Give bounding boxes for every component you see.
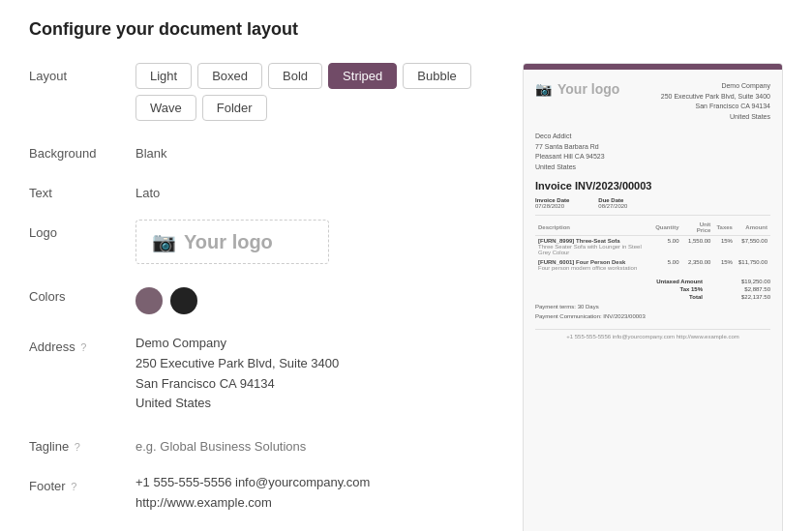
layout-btn-boxed[interactable]: Boxed: [197, 63, 262, 89]
preview-divider: [535, 215, 770, 216]
preview-billing-addr: Deco Addict 77 Santa Barbara Rd Pleasant…: [535, 132, 770, 172]
item1-taxes: 15%: [713, 236, 736, 258]
item2-price: 2,350.00: [682, 257, 714, 273]
item2-qty: 5.00: [652, 257, 681, 273]
item1-amount: $7,550.00: [736, 236, 770, 258]
background-label: Background: [29, 140, 135, 161]
color-swatches: [135, 283, 494, 314]
page-container: Configure your document layout Layout Li…: [0, 0, 812, 531]
layout-btn-light[interactable]: Light: [135, 63, 192, 89]
item1-name: [FURN_8999] Three-Seat Sofa Three Seater…: [535, 236, 652, 258]
background-content: Blank: [135, 140, 494, 161]
preview-invoice-date-block: Invoice Date 07/28/2020: [535, 197, 569, 209]
logo-upload[interactable]: 📷 Your logo: [135, 220, 329, 264]
address-line-4: United States: [135, 394, 494, 414]
preview-table-header: Description Quantity Unit Price Taxes Am…: [535, 220, 770, 236]
layout-label: Layout: [29, 63, 135, 83]
table-row: [FURN_8999] Three-Seat Sofa Three Seater…: [535, 236, 770, 258]
logo-row: Logo 📷 Your logo: [29, 220, 494, 264]
total-row: Total $22,137.50: [535, 294, 770, 300]
preview-billing-country: United States: [535, 162, 770, 173]
preview-footer: +1 555-555-5556 info@yourcompany.com htt…: [535, 329, 770, 339]
table-row: [FURN_6001] Four Person Desk Four person…: [535, 257, 770, 273]
preview-company-addr1: 250 Executive Park Blvd, Suite 3400: [661, 92, 770, 103]
layout-content: Light Boxed Bold Striped Bubble Wave Fol…: [135, 63, 494, 121]
text-label: Text: [29, 180, 135, 200]
preview-dates: Invoice Date 07/28/2020 Due Date 08/27/2…: [535, 197, 770, 209]
address-line-3: San Francisco CA 94134: [135, 374, 494, 395]
total-label: Total: [689, 294, 703, 300]
text-row: Text Lato: [29, 180, 494, 200]
footer-label: Footer ?: [29, 473, 135, 493]
preview-totals: Untaxed Amount $19,250.00 Tax 15% $2,887…: [535, 279, 770, 300]
tagline-row: Tagline ?: [29, 433, 494, 454]
layout-btn-bubble[interactable]: Bubble: [403, 63, 470, 89]
untaxed-value: $19,250.00: [722, 279, 770, 284]
address-row: Address ? Demo Company 250 Executive Par…: [29, 334, 494, 414]
preview-camera-icon: 📷: [535, 81, 552, 97]
preview-payment-comm: Payment Communication: INV/2023/00003: [535, 313, 770, 319]
layout-btn-folder[interactable]: Folder: [202, 95, 267, 121]
layout-btn-bold[interactable]: Bold: [268, 63, 322, 89]
tagline-input[interactable]: [135, 433, 494, 454]
preview-company-addr2: San Francisco CA 94134: [661, 102, 770, 112]
footer-line-2: http://www.example.com: [135, 493, 494, 514]
item2-amount: $11,750.00: [736, 257, 770, 273]
address-line-1: Demo Company: [135, 334, 494, 354]
footer-text: +1 555-555-5556 info@yourcompany.com htt…: [135, 473, 494, 514]
tagline-help[interactable]: ?: [75, 441, 80, 453]
preview-invoice-date: 07/28/2020: [535, 203, 569, 209]
preview-billing-addr2: Pleasant Hill CA 94523: [535, 152, 770, 162]
colors-content: [135, 283, 494, 314]
preview-invoice-title: Invoice INV/2023/00003: [535, 180, 770, 192]
preview-billing: Deco Addict 77 Santa Barbara Rd Pleasant…: [535, 132, 770, 172]
preview-table: Description Quantity Unit Price Taxes Am…: [535, 220, 770, 273]
untaxed-row: Untaxed Amount $19,250.00: [535, 279, 770, 284]
preview-company: Demo Company 250 Executive Park Blvd, Su…: [661, 81, 770, 122]
footer-help[interactable]: ?: [71, 481, 76, 492]
preview-billing-name: Deco Addict: [535, 132, 770, 142]
camera-icon: 📷: [152, 230, 176, 253]
preview-due-date-block: Due Date 08/27/2020: [598, 197, 627, 209]
layout-btn-striped[interactable]: Striped: [328, 63, 397, 89]
tax-row: Tax 15% $2,887.50: [535, 286, 770, 292]
preview-logo-text: Your logo: [557, 81, 619, 97]
address-content: Demo Company 250 Executive Park Blvd, Su…: [135, 334, 494, 414]
tax-label: Tax 15%: [679, 286, 703, 292]
preview-company-name: Demo Company: [661, 81, 770, 92]
logo-label: Logo: [29, 220, 135, 240]
footer-line-1: +1 555-555-5556 info@yourcompany.com: [135, 473, 494, 493]
item2-taxes: 15%: [713, 257, 736, 273]
layout-row: Layout Light Boxed Bold Striped Bubble W…: [29, 63, 494, 121]
logo-placeholder: Your logo: [184, 231, 273, 253]
layout-btn-wave[interactable]: Wave: [135, 95, 196, 121]
item1-qty: 5.00: [652, 236, 681, 258]
address-help[interactable]: ?: [80, 341, 86, 353]
layout-buttons: Light Boxed Bold Striped Bubble Wave Fol…: [135, 63, 494, 121]
address-label: Address ?: [29, 334, 135, 354]
colors-label: Colors: [29, 283, 135, 304]
preview-payment-terms: Payment terms: 30 Days: [535, 304, 770, 310]
page-title: Configure your document layout: [29, 19, 783, 40]
footer-row: Footer ? +1 555-555-5556 info@yourcompan…: [29, 473, 494, 514]
color-swatch-purple[interactable]: [135, 287, 163, 314]
preview-inner: 📷 Your logo Demo Company 250 Executive P…: [524, 70, 782, 351]
col-description: Description: [535, 220, 652, 236]
background-value[interactable]: Blank: [135, 140, 494, 161]
col-amount: Amount: [736, 220, 770, 236]
colors-row: Colors: [29, 283, 494, 314]
color-swatch-dark[interactable]: [170, 287, 197, 314]
preview-header: 📷 Your logo Demo Company 250 Executive P…: [535, 81, 770, 122]
text-value[interactable]: Lato: [135, 180, 494, 200]
tax-value: $2,887.50: [722, 286, 770, 292]
text-content: Lato: [135, 180, 494, 200]
preview-company-country: United States: [661, 112, 770, 123]
address-text: Demo Company 250 Executive Park Blvd, Su…: [135, 334, 494, 414]
tagline-content: [135, 433, 494, 454]
preview-due-date: 08/27/2020: [598, 203, 627, 209]
total-value: $22,137.50: [722, 294, 770, 300]
preview-panel: 📷 Your logo Demo Company 250 Executive P…: [523, 63, 783, 531]
preview-logo: 📷 Your logo: [535, 81, 619, 97]
preview-billing-addr1: 77 Santa Barbara Rd: [535, 142, 770, 153]
logo-content: 📷 Your logo: [135, 220, 494, 264]
